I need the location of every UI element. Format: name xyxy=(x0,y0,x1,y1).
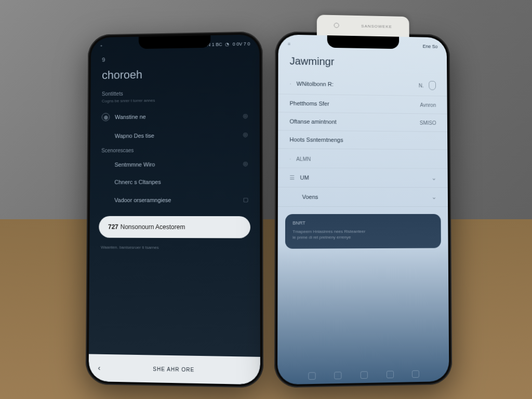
stack-icon: ☰ xyxy=(289,174,295,181)
status-clock-icon: ◔ xyxy=(225,42,230,47)
list-item-label: WNitolbonn R: xyxy=(297,81,334,87)
trailing-gear-icon[interactable]: ◎ xyxy=(243,112,248,119)
card-text-line: Tmapeern Hniasinres nees Risteanteer xyxy=(292,229,434,235)
list-item-label: Sentmmne Wiro xyxy=(115,161,155,167)
status-text-right: Ene So xyxy=(423,44,438,49)
list-item-value: SMISO xyxy=(420,120,436,126)
phone-device-right: SANSOWEKE ≡ Ene So Jawmingr · WNitolbonn… xyxy=(274,31,453,388)
chevron-down-icon[interactable]: ⌄ xyxy=(432,193,437,201)
bottom-bar-label: SHE AHR ORE xyxy=(153,366,194,373)
status-menu-icon[interactable]: ≡ xyxy=(288,41,290,46)
chevron-down-icon[interactable]: ⌄ xyxy=(431,175,436,182)
list-item[interactable]: · WNitolbonn R: N. xyxy=(278,73,447,97)
status-text-right: 0 0V 7 0 xyxy=(233,41,250,46)
screen-dark-app: ⁺ WN DN 1 BC ◔ 0 0V 7 0 9 choroeh Sontit… xyxy=(89,34,260,384)
nav-icon[interactable] xyxy=(412,370,419,378)
list-item-label: UM xyxy=(300,175,309,181)
desk-surface xyxy=(0,219,532,399)
header-badge: 9 xyxy=(91,50,260,66)
nav-icon[interactable] xyxy=(387,371,394,378)
page-title: choroeh xyxy=(91,63,260,88)
sensor-dot-icon xyxy=(334,23,339,28)
phone-device-left: ⁺ WN DN 1 BC ◔ 0 0V 7 0 9 choroeh Sontit… xyxy=(86,31,264,388)
list-item-label: Oftanse amintnont xyxy=(289,118,336,125)
bell-icon[interactable] xyxy=(429,81,436,90)
list-item-label: Chnerc s Cltanpes xyxy=(114,179,161,185)
trailing-circle-icon[interactable]: ◎ xyxy=(243,131,248,138)
list-item[interactable]: Vadoor orseramngiese ▢ xyxy=(90,191,260,209)
bottom-action-bar[interactable]: ‹ SHE AHR ORE xyxy=(89,354,260,384)
footer-note: Waanten. banisesroer ti tsarnes xyxy=(89,241,260,255)
list-item[interactable]: Chnerc s Cltanpes xyxy=(90,173,260,191)
list-item-dot-icon: · xyxy=(289,156,291,162)
pill-number: 727 xyxy=(108,223,118,231)
phone-notch xyxy=(327,35,399,49)
page-title: Jawmingr xyxy=(278,50,447,76)
device-brand-label: SANSOWEKE xyxy=(361,23,392,29)
bottom-nav xyxy=(277,370,449,380)
list-item-label: Phetthoms Sfer xyxy=(290,100,329,107)
list-item-label: Vadoor orseramngiese xyxy=(114,197,171,203)
back-chevron-icon[interactable]: ‹ xyxy=(98,364,100,372)
list-item-label: Wanstine ne xyxy=(115,114,146,120)
phone-notch xyxy=(139,35,210,49)
list-item[interactable]: Sentmmne Wiro ◎ xyxy=(90,154,260,173)
list-item-dot-icon: · xyxy=(290,81,291,87)
list-item[interactable]: Phetthoms Sfer Avnron xyxy=(278,94,447,114)
nav-icon[interactable] xyxy=(361,371,368,379)
list-item[interactable]: ⬤ Wanstine ne ◎ xyxy=(90,105,260,127)
list-item[interactable]: Hoots Ssnterntnengs xyxy=(278,130,447,150)
list-item[interactable]: Wapno Des tise ◎ xyxy=(90,125,260,144)
card-text-line: le pnme di ret pretneny errenye xyxy=(292,234,434,241)
info-card[interactable]: BNRT Tmapeern Hniasinres nees Risteantee… xyxy=(285,214,441,249)
pill-label: Nonsonourn Acestorem xyxy=(121,223,185,231)
list-item-label: Wapno Des tise xyxy=(115,132,154,139)
list-item-value: N. xyxy=(419,83,424,88)
nav-icon[interactable] xyxy=(335,371,342,379)
nav-icon[interactable] xyxy=(308,372,315,380)
section-label: ALMN xyxy=(296,156,311,162)
section-header: · ALMN xyxy=(278,149,448,169)
bullet-icon: ⬤ xyxy=(102,113,110,121)
list-item[interactable]: ☰ UM ⌄ xyxy=(278,168,448,188)
summary-pill[interactable]: 727 Nonsonourn Acestorem xyxy=(99,216,250,238)
section-label-2: Scenorescaes xyxy=(90,143,260,155)
list-item-label: Hoots Ssnterntnengs xyxy=(289,136,343,143)
list-item[interactable]: Voens ⌄ xyxy=(278,188,448,207)
list-item-label: Voens xyxy=(302,194,318,200)
device-top-cap: SANSOWEKE xyxy=(317,15,409,37)
screen-light-app: ≡ Ene So Jawmingr · WNitolbonn R: N. Phe… xyxy=(277,34,449,384)
list-item[interactable]: Oftanse amintnont SMISO xyxy=(278,112,447,132)
trailing-circle-icon[interactable]: ◎ xyxy=(243,161,248,167)
trailing-square-icon[interactable]: ▢ xyxy=(243,196,248,203)
list-item-value: Avnron xyxy=(420,102,436,108)
card-heading: BNRT xyxy=(292,220,434,225)
status-signal-icon: ⁺ xyxy=(100,44,103,49)
